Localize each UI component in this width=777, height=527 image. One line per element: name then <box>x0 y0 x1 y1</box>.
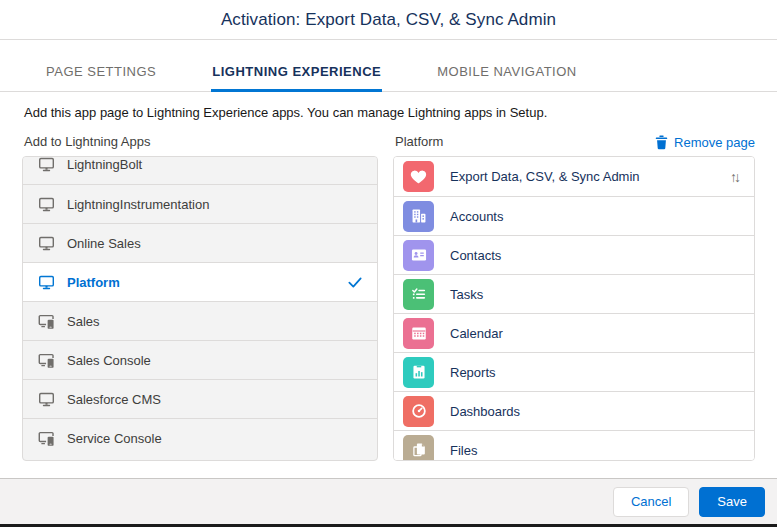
app-name: LightningInstrumentation <box>67 197 209 212</box>
platform-column: Platform Remove page Export Data, CSV, &… <box>393 134 755 461</box>
desktop-phone-icon <box>37 312 55 330</box>
trash-icon <box>655 135 668 150</box>
nav-item-name: Files <box>450 443 477 458</box>
dialog-footer: Cancel Save <box>0 478 777 524</box>
reports-icon <box>403 357 434 388</box>
tab-lightning-experience[interactable]: LIGHTNING EXPERIENCE <box>211 53 382 91</box>
nav-item-row[interactable]: Dashboards ↑↓ <box>394 391 754 430</box>
remove-page-link[interactable]: Remove page <box>655 135 755 150</box>
platform-label: Platform <box>395 134 443 150</box>
heart-icon <box>403 161 434 192</box>
tab-page-settings[interactable]: PAGE SETTINGS <box>45 53 157 91</box>
nav-item-name: Dashboards <box>450 404 520 419</box>
dialog-title: Activation: Export Data, CSV, & Sync Adm… <box>221 10 556 30</box>
nav-item-row[interactable]: Files ↑↓ <box>394 430 754 461</box>
lightning-app-option[interactable]: LightningBolt <box>23 156 377 184</box>
nav-item-row[interactable]: Calendar ↑↓ <box>394 313 754 352</box>
desktop-icon <box>37 390 55 408</box>
desktop-icon <box>37 195 55 213</box>
description-text: Add this app page to Lightning Experienc… <box>24 105 753 120</box>
lightning-app-option[interactable]: Sales <box>23 301 377 340</box>
lightning-apps-label: Add to Lightning Apps <box>24 134 378 150</box>
app-name: Online Sales <box>67 236 141 251</box>
platform-header: Platform Remove page <box>395 134 755 150</box>
nav-item-name: Contacts <box>450 248 501 263</box>
nav-item-name: Reports <box>450 365 496 380</box>
lightning-app-option[interactable]: Service Console <box>23 418 377 457</box>
app-name: Platform <box>67 275 120 290</box>
files-icon <box>403 435 434 462</box>
desktop-icon <box>37 156 55 174</box>
activation-dialog: Activation: Export Data, CSV, & Sync Adm… <box>0 0 777 527</box>
lightning-apps-column: Add to Lightning Apps LightningBolt Ligh… <box>22 134 378 461</box>
desktop-phone-icon <box>37 351 55 369</box>
lightning-app-option[interactable]: LightningInstrumentation <box>23 184 377 223</box>
nav-item-name: Accounts <box>450 209 503 224</box>
app-name: LightningBolt <box>67 157 142 172</box>
nav-item-name: Export Data, CSV, & Sync Admin <box>450 169 640 184</box>
nav-item-row[interactable]: Reports ↑↓ <box>394 352 754 391</box>
nav-item-name: Calendar <box>450 326 503 341</box>
up-down-arrows-icon[interactable]: ↑↓ <box>730 169 742 185</box>
remove-page-label: Remove page <box>674 135 755 150</box>
app-name: Sales <box>67 314 100 329</box>
nav-item-name: Tasks <box>450 287 483 302</box>
app-name: Service Console <box>67 431 162 446</box>
nav-item-row[interactable]: Contacts ↑↓ <box>394 235 754 274</box>
dialog-header: Activation: Export Data, CSV, & Sync Adm… <box>0 0 777 40</box>
tab-bar: PAGE SETTINGS LIGHTNING EXPERIENCE MOBIL… <box>0 53 777 92</box>
accounts-icon <box>403 201 434 232</box>
app-name: Salesforce CMS <box>67 392 161 407</box>
lightning-app-option[interactable]: Salesforce CMS <box>23 379 377 418</box>
lightning-app-option[interactable]: Sales Console <box>23 340 377 379</box>
nav-item-row[interactable]: Accounts ↑↓ <box>394 196 754 235</box>
lightning-app-option[interactable]: Online Sales <box>23 223 377 262</box>
contacts-icon <box>403 240 434 271</box>
cancel-button[interactable]: Cancel <box>613 487 689 517</box>
nav-item-row[interactable]: Tasks ↑↓ <box>394 274 754 313</box>
desktop-phone-icon <box>37 429 55 447</box>
checkmark-icon <box>347 274 363 290</box>
platform-nav-items-list[interactable]: Export Data, CSV, & Sync Admin ↑↓ Accoun… <box>393 156 755 461</box>
dashboards-icon <box>403 396 434 427</box>
tasks-icon <box>403 279 434 310</box>
calendar-icon <box>403 318 434 349</box>
desktop-icon <box>37 273 55 291</box>
desktop-icon <box>37 234 55 252</box>
nav-item-row[interactable]: Export Data, CSV, & Sync Admin ↑↓ <box>394 157 754 196</box>
panels: Add to Lightning Apps LightningBolt Ligh… <box>22 134 755 461</box>
save-button[interactable]: Save <box>699 487 765 517</box>
lightning-apps-list[interactable]: LightningBolt LightningInstrumentation O… <box>22 156 378 461</box>
lightning-app-option[interactable]: Platform <box>23 262 377 301</box>
tab-mobile-navigation[interactable]: MOBILE NAVIGATION <box>436 53 577 91</box>
app-name: Sales Console <box>67 353 151 368</box>
